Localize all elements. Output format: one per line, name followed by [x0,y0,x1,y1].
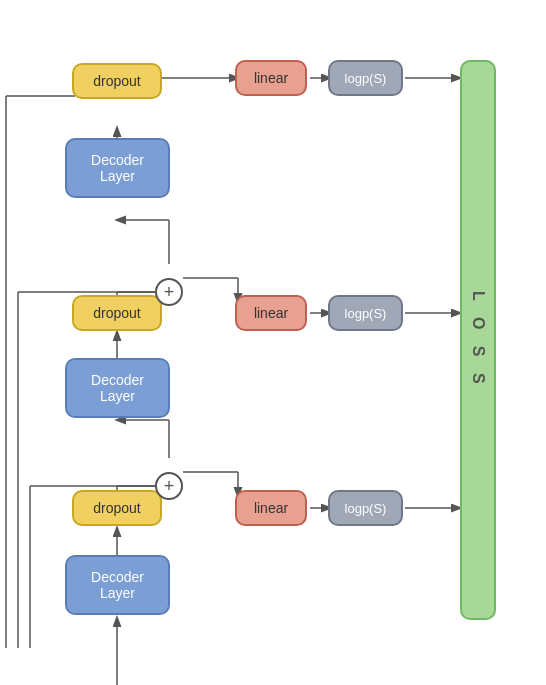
logp-2: logp(S) [328,295,403,331]
plus-2: + [155,278,183,306]
diagram: L O S S DecoderLayer DecoderLayer Decode… [0,0,546,685]
decoder-layer-2: DecoderLayer [65,358,170,418]
linear-2: linear [235,295,307,331]
loss-node: L O S S [460,60,496,620]
plus-1: + [155,472,183,500]
linear-1: linear [235,490,307,526]
dropout-1: dropout [72,490,162,526]
decoder-layer-3: DecoderLayer [65,138,170,198]
decoder-layer-1: DecoderLayer [65,555,170,615]
dropout-3: dropout [72,63,162,99]
logp-3: logp(S) [328,60,403,96]
logp-1: logp(S) [328,490,403,526]
dropout-2: dropout [72,295,162,331]
linear-3: linear [235,60,307,96]
